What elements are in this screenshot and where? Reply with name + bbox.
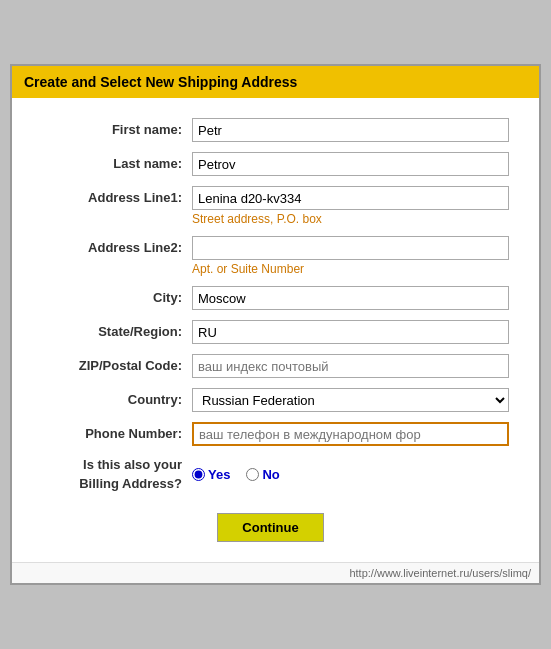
- state-input[interactable]: [192, 320, 509, 344]
- first-name-wrap: [192, 118, 509, 142]
- address1-row: Address Line1: Street address, P.O. box: [32, 186, 509, 226]
- address2-label: Address Line2:: [32, 236, 192, 255]
- yes-option[interactable]: Yes: [192, 467, 230, 482]
- address2-wrap: Apt. or Suite Number: [192, 236, 509, 276]
- no-label: No: [262, 467, 279, 482]
- no-option[interactable]: No: [246, 467, 279, 482]
- address1-label: Address Line1:: [32, 186, 192, 205]
- billing-radio-group: Yes No: [192, 467, 280, 482]
- address2-row: Address Line2: Apt. or Suite Number: [32, 236, 509, 276]
- address1-input[interactable]: [192, 186, 509, 210]
- country-select[interactable]: Russian Federation United States Germany…: [192, 388, 509, 412]
- phone-label: Phone Number:: [32, 422, 192, 441]
- address1-hint: Street address, P.O. box: [192, 212, 509, 226]
- yes-label: Yes: [208, 467, 230, 482]
- first-name-input[interactable]: [192, 118, 509, 142]
- zip-wrap: [192, 354, 509, 378]
- city-wrap: [192, 286, 509, 310]
- zip-label: ZIP/Postal Code:: [32, 354, 192, 373]
- shipping-address-window: Create and Select New Shipping Address F…: [10, 64, 541, 584]
- continue-row: Continue: [32, 513, 509, 542]
- billing-row: Is this also your Billing Address? Yes N…: [32, 456, 509, 492]
- address2-hint: Apt. or Suite Number: [192, 262, 509, 276]
- window-title: Create and Select New Shipping Address: [12, 66, 539, 98]
- country-label: Country:: [32, 388, 192, 407]
- continue-button[interactable]: Continue: [217, 513, 323, 542]
- yes-radio[interactable]: [192, 468, 205, 481]
- last-name-label: Last name:: [32, 152, 192, 171]
- first-name-label: First name:: [32, 118, 192, 137]
- last-name-input[interactable]: [192, 152, 509, 176]
- city-label: City:: [32, 286, 192, 305]
- zip-row: ZIP/Postal Code:: [32, 354, 509, 378]
- phone-input[interactable]: [192, 422, 509, 446]
- state-wrap: [192, 320, 509, 344]
- city-row: City:: [32, 286, 509, 310]
- zip-input[interactable]: [192, 354, 509, 378]
- last-name-wrap: [192, 152, 509, 176]
- billing-label: Is this also your Billing Address?: [32, 456, 192, 492]
- city-input[interactable]: [192, 286, 509, 310]
- phone-wrap: [192, 422, 509, 446]
- first-name-row: First name:: [32, 118, 509, 142]
- country-wrap: Russian Federation United States Germany…: [192, 388, 509, 412]
- no-radio[interactable]: [246, 468, 259, 481]
- last-name-row: Last name:: [32, 152, 509, 176]
- country-row: Country: Russian Federation United State…: [32, 388, 509, 412]
- footer-url: http://www.liveinternet.ru/users/slimq/: [12, 562, 539, 583]
- form-body: First name: Last name: Address Line1: St…: [12, 98, 539, 561]
- address1-wrap: Street address, P.O. box: [192, 186, 509, 226]
- state-label: State/Region:: [32, 320, 192, 339]
- address2-input[interactable]: [192, 236, 509, 260]
- phone-row: Phone Number:: [32, 422, 509, 446]
- state-row: State/Region:: [32, 320, 509, 344]
